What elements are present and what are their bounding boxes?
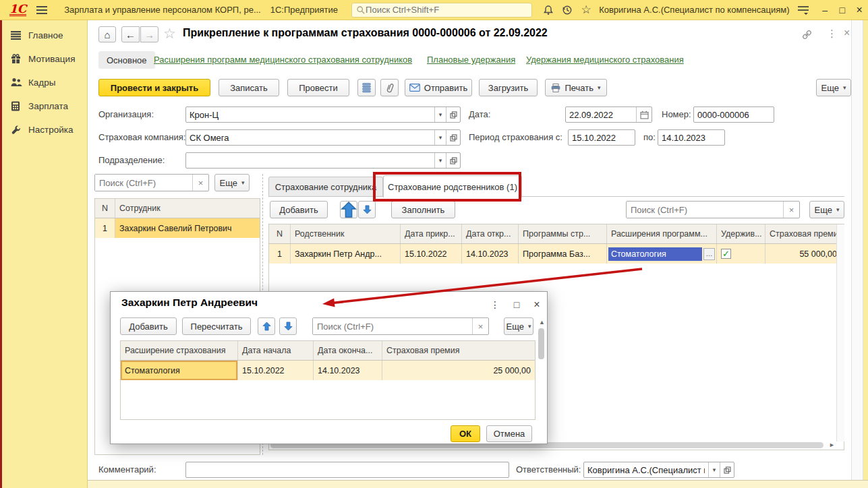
more-actions-icon[interactable]: ⋮ (827, 28, 837, 40)
relatives-col-extension[interactable]: Расширения программ... (607, 224, 717, 243)
dialog-col-extension[interactable]: Расширение страхования (121, 341, 238, 360)
responsible-open-button[interactable] (720, 462, 734, 477)
global-search-input[interactable] (366, 5, 527, 15)
org-input[interactable] (186, 107, 434, 122)
relatives-search-input[interactable] (627, 202, 783, 218)
send-button[interactable]: Отправить (405, 79, 472, 96)
sidebar-item-motivation[interactable]: Мотивация (11, 51, 87, 67)
home-button[interactable]: ⌂ (98, 26, 116, 42)
sidebar-item-salary[interactable]: Зарплата (11, 98, 87, 114)
dialog-col-premium[interactable]: Страховая премия (382, 341, 535, 360)
employees-row-selected[interactable]: 1 Захаркин Савелий Петрович (95, 218, 260, 238)
relatives-col-premium[interactable]: Страховая премия (765, 224, 837, 243)
main-menu-icon[interactable] (34, 2, 49, 18)
relatives-vscrollbar[interactable] (836, 224, 844, 441)
notifications-bell-icon[interactable] (542, 2, 556, 18)
sidebar-item-main[interactable]: Главное (11, 27, 87, 43)
close-form-icon[interactable]: × (844, 27, 850, 39)
tab-medical-withholdings-link[interactable]: Удержания медицинского страхования (526, 55, 684, 65)
tab-main[interactable]: Основное (98, 51, 155, 69)
employee-row-number[interactable]: 1 (95, 218, 115, 238)
relatives-move-down-button[interactable] (358, 201, 376, 218)
document-movements-button[interactable] (357, 79, 376, 96)
doc-more-button[interactable]: Еще▾ (816, 79, 851, 96)
relatives-col-date-from[interactable]: Дата прикр... (401, 224, 462, 243)
date-input[interactable] (566, 107, 636, 122)
tab-planned-deductions-link[interactable]: Плановые удержания (427, 55, 515, 65)
relative-program-cell[interactable]: Программа Баз... (519, 244, 607, 264)
employees-more-button[interactable]: Еще▾ (214, 174, 250, 191)
back-button[interactable]: ← (121, 26, 140, 42)
service-menu-icon[interactable] (797, 2, 811, 18)
relatives-add-button[interactable]: Добавить (270, 201, 328, 218)
history-icon[interactable] (560, 2, 575, 18)
get-link-icon[interactable] (801, 29, 813, 40)
post-and-close-button[interactable]: Провести и закрыть (98, 79, 210, 96)
org-dropdown-button[interactable]: ▾ (434, 107, 446, 122)
dialog-premium-cell[interactable]: 25 000,00 (382, 361, 535, 380)
org-open-button[interactable] (446, 107, 460, 122)
dialog-recalculate-button[interactable]: Пересчитать (182, 317, 251, 335)
favorites-star-icon[interactable]: ☆ (579, 2, 594, 18)
dialog-col-date-from[interactable]: Дата начала (238, 341, 314, 360)
relatives-col-n[interactable]: N (269, 224, 291, 243)
post-button[interactable]: Провести (287, 79, 349, 96)
dialog-date-to-cell[interactable]: 14.10.2023 (314, 361, 382, 380)
form-vscrollbar[interactable] (851, 20, 863, 480)
sidebar-item-settings[interactable]: Настройка (11, 121, 87, 138)
relative-date-to-cell[interactable]: 14.10.2023 (462, 244, 519, 264)
dialog-more-icon[interactable]: ⋮ (486, 297, 504, 312)
extension-choose-button[interactable]: … (703, 248, 715, 260)
write-button[interactable]: Записать (219, 79, 279, 96)
load-button[interactable]: Загрузить (479, 79, 538, 96)
employees-search-clear-button[interactable]: × (192, 175, 208, 191)
dialog-cancel-button[interactable]: Отмена (486, 425, 532, 442)
employee-name-cell[interactable]: Захаркин Савелий Петрович (115, 218, 260, 238)
responsible-input[interactable] (584, 462, 708, 477)
dialog-search-input[interactable] (313, 318, 472, 334)
employees-col-name[interactable]: Сотрудник (115, 199, 260, 218)
extension-selected-value[interactable]: Стоматология (608, 247, 702, 261)
close-window-button[interactable]: × (850, 2, 868, 18)
relatives-fill-button[interactable]: Заполнить (391, 201, 455, 218)
favorite-star-icon[interactable]: ☆ (163, 26, 176, 42)
relatives-col-relative[interactable]: Родственник (291, 224, 401, 243)
relatives-col-program[interactable]: Программы стр... (519, 224, 607, 243)
maximize-button[interactable]: □ (834, 2, 851, 18)
relatives-row[interactable]: 1 Захаркин Петр Андр... 15.10.2022 14.10… (269, 244, 837, 264)
relative-date-from-cell[interactable]: 15.10.2022 (401, 244, 462, 264)
dialog-close-icon[interactable]: × (528, 297, 546, 312)
dialog-maximize-icon[interactable]: □ (508, 297, 525, 312)
comment-input[interactable] (185, 462, 509, 478)
dialog-scroll-up-arrow[interactable]: ▲ (539, 319, 545, 326)
dialog-add-button[interactable]: Добавить (120, 317, 177, 335)
sidebar-item-hr[interactable]: Кадры (11, 74, 87, 90)
relatives-move-up-button[interactable] (340, 201, 357, 218)
relatives-col-withheld[interactable]: Удержив... (717, 224, 765, 243)
dialog-col-date-to[interactable]: Дата оконча... (314, 341, 382, 360)
withheld-checkbox[interactable]: ✓ (721, 249, 731, 259)
insurer-input[interactable] (186, 130, 434, 145)
division-input[interactable] (186, 153, 434, 168)
dialog-ok-button[interactable]: ОК (451, 425, 480, 442)
tab-extensions-link[interactable]: Расширения программ медицинского страхов… (154, 55, 412, 65)
employees-search-input[interactable] (95, 175, 192, 191)
global-search[interactable] (351, 3, 531, 18)
tab-employee-insurance[interactable]: Страхование сотрудника (268, 177, 383, 197)
period-from-input[interactable] (568, 129, 635, 146)
period-to-input[interactable] (658, 129, 725, 146)
relative-row-number[interactable]: 1 (269, 244, 291, 264)
hscroll-right-arrow[interactable]: ► (829, 441, 835, 448)
dialog-more-button[interactable]: Еще▾ (504, 317, 533, 335)
insurer-dropdown-button[interactable]: ▾ (434, 130, 446, 145)
relative-premium-cell[interactable]: 55 000,00 (765, 244, 837, 264)
division-open-button[interactable] (446, 153, 460, 168)
dialog-move-down-button[interactable] (279, 317, 297, 335)
responsible-dropdown-button[interactable]: ▾ (708, 462, 720, 477)
division-dropdown-button[interactable]: ▾ (434, 153, 446, 168)
forward-button[interactable]: → (140, 26, 158, 42)
dialog-row[interactable]: Стоматология 15.10.2022 14.10.2023 25 00… (121, 361, 535, 380)
print-button[interactable]: Печать ▾ (545, 79, 607, 96)
number-input[interactable] (693, 106, 774, 123)
date-calendar-button[interactable] (636, 107, 652, 122)
